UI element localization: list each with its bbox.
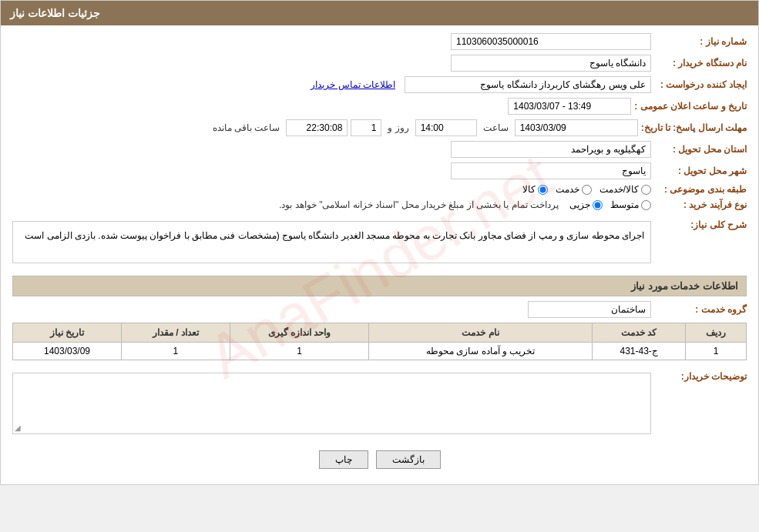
buyer-org-value: دانشگاه یاسوج <box>451 55 651 72</box>
cell-unit: 1 <box>230 343 368 360</box>
service-group-label: گروه خدمت : <box>654 304 747 315</box>
button-row: بازگشت چاپ <box>12 450 747 469</box>
description-label: شرح کلی نیاز: <box>654 216 747 230</box>
services-section-title: اطلاعات خدمات مورد نیاز <box>12 276 747 296</box>
radio-service-label: خدمت <box>556 184 579 195</box>
radio-goods[interactable]: کالا <box>522 184 548 195</box>
radio-medium[interactable]: متوسط <box>610 199 651 210</box>
col-row-num: ردیف <box>686 323 747 343</box>
deadline-day-label: روز و <box>385 122 411 133</box>
requester-label: ایجاد کننده درخواست : <box>654 79 747 90</box>
cell-row-num: 1 <box>686 343 747 360</box>
radio-goods-service-input[interactable] <box>641 185 651 195</box>
deadline-time: 14:00 <box>415 119 477 136</box>
cell-service-name: تخریب و آماده سازی محوطه <box>369 343 593 360</box>
need-number-value: 1103060035000016 <box>451 33 651 50</box>
radio-partial-label: جزیی <box>569 199 590 210</box>
radio-medium-input[interactable] <box>641 200 651 210</box>
category-radio-group: کالا/خدمت خدمت کالا <box>522 184 651 195</box>
resize-handle: ◢ <box>15 423 21 432</box>
deadline-date: 1403/03/09 <box>515 119 638 136</box>
process-radio-group: متوسط جزیی <box>569 199 651 210</box>
province-label: استان محل تحویل : <box>654 144 747 155</box>
radio-goods-service-label: کالا/خدمت <box>599 184 639 195</box>
services-table: ردیف کد خدمت نام خدمت واحد اندازه گیری ت… <box>12 323 747 360</box>
buyer-notes-box[interactable]: ◢ <box>12 373 651 434</box>
contact-info-link[interactable]: اطلاعات تماس خریدار <box>311 79 395 90</box>
radio-partial[interactable]: جزیی <box>569 199 603 210</box>
radio-partial-input[interactable] <box>593 200 603 210</box>
deadline-time-label: ساعت <box>480 122 512 133</box>
radio-goods-label: کالا <box>522 184 536 195</box>
radio-goods-service[interactable]: کالا/خدمت <box>599 184 651 195</box>
col-service-name: نام خدمت <box>369 323 593 343</box>
buyer-notes-label: توضیحات خریدار: <box>654 368 747 382</box>
table-row: 1 ج-43-431 تخریب و آماده سازی محوطه 1 1 … <box>13 343 747 360</box>
need-number-label: شماره نیاز : <box>654 36 747 47</box>
deadline-remaining: 22:30:08 <box>286 119 348 136</box>
process-note: پرداخت تمام یا بخشی از مبلغ خریدار محل "… <box>279 199 559 210</box>
process-label: نوع فرآیند خرید : <box>654 199 747 210</box>
deadline-days: 1 <box>351 119 381 136</box>
service-group-value: ساختمان <box>528 301 651 318</box>
province-value: کهگیلویه و بویراحمد <box>451 141 651 158</box>
city-label: شهر محل تحویل : <box>654 166 747 176</box>
description-text: اجرای محوطه سازی و رمپ از فضای مجاور بان… <box>12 221 651 263</box>
cell-date: 1403/03/09 <box>13 343 122 360</box>
deadline-label: مهلت ارسال پاسخ: تا تاریخ: <box>641 122 747 133</box>
cell-quantity: 1 <box>122 343 230 360</box>
page-title: جزئیات اطلاعات نیاز <box>10 7 100 19</box>
radio-service[interactable]: خدمت <box>556 184 592 195</box>
col-quantity: تعداد / مقدار <box>122 323 230 343</box>
announce-date-value: 1403/03/07 - 13:49 <box>508 98 631 115</box>
deadline-remaining-label: ساعت باقی مانده <box>210 122 284 133</box>
page-header: جزئیات اطلاعات نیاز <box>1 1 758 25</box>
category-label: طبقه بندی موضوعی : <box>654 184 747 195</box>
radio-medium-label: متوسط <box>610 199 639 210</box>
print-button[interactable]: چاپ <box>319 450 368 469</box>
col-date: تاریخ نیاز <box>13 323 122 343</box>
city-value: یاسوج <box>451 162 651 179</box>
cell-service-code: ج-43-431 <box>592 343 685 360</box>
requester-value: علی ویس رهگشای کاربرداز دانشگاه یاسوج <box>405 76 651 93</box>
back-button[interactable]: بازگشت <box>376 450 441 469</box>
buyer-org-label: نام دستگاه خریدار : <box>654 58 747 69</box>
announce-date-label: تاریخ و ساعت اعلان عمومی : <box>634 101 747 112</box>
radio-service-input[interactable] <box>582 185 592 195</box>
col-unit: واحد اندازه گیری <box>230 323 368 343</box>
radio-goods-input[interactable] <box>538 185 548 195</box>
col-service-code: کد خدمت <box>592 323 685 343</box>
